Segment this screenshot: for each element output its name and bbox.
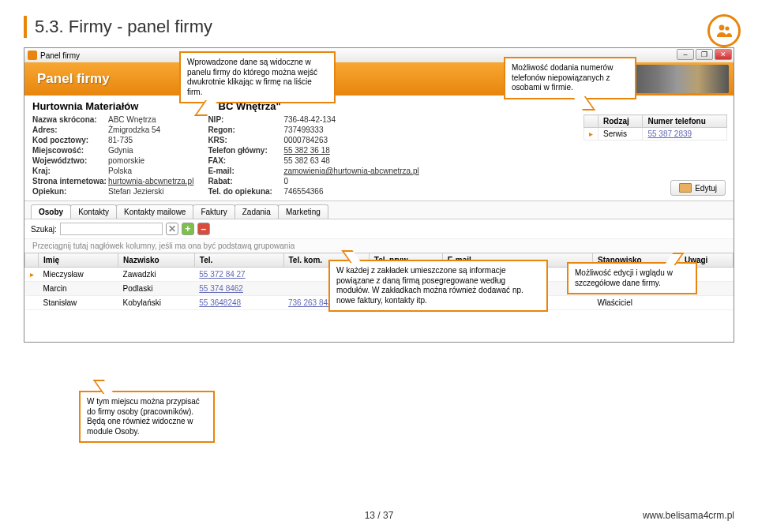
tab-kontakty[interactable]: Kontakty <box>70 204 117 219</box>
phones-col-number[interactable]: Numer telefonu <box>643 115 727 128</box>
search-input[interactable] <box>60 223 163 235</box>
callout-intro: Wprowadzone dane są widoczne w panelu fi… <box>179 51 336 103</box>
company-details: Hurtownia Materiałów BC Wnętrza" Nazwa s… <box>24 96 734 201</box>
website-link[interactable]: hurtownia-abcwnetrza.pl <box>108 177 193 185</box>
details-col-left: Nazwa skrócona:ABC Wnętrza Adres:Żmigrod… <box>32 115 193 196</box>
add-button[interactable]: + <box>182 223 194 235</box>
edit-icon <box>679 183 692 193</box>
close-button[interactable]: ✕ <box>715 49 732 60</box>
app-icon <box>28 51 37 60</box>
banner-image <box>626 65 729 93</box>
delete-button[interactable]: – <box>197 223 210 235</box>
callout-phones: Możliwość dodania numerów telefonów niep… <box>504 57 636 99</box>
tab-zadania[interactable]: Zadania <box>235 204 279 219</box>
callout-people: W tym miejscu można przypisać do firmy o… <box>79 391 215 443</box>
phones-col-kind[interactable]: Rodzaj <box>599 115 643 128</box>
callout-tabs: W każdej z zakładek umieszczone są infor… <box>328 260 548 312</box>
tel-link[interactable]: 55 372 84 27 <box>194 268 283 282</box>
phones-table: RodzajNumer telefonu ▸Serwis55 387 2839 <box>584 114 727 140</box>
details-col-right: NIP:736-48-42-134 Regon:737499333 KRS:00… <box>208 115 418 196</box>
tabs: OsobyKontaktyKontakty mailoweFakturyZada… <box>24 201 734 219</box>
tel-link[interactable]: 55 3648248 <box>194 296 283 310</box>
svg-point-0 <box>719 25 725 31</box>
email-link[interactable]: zamowienia@hurtownia-abcwnetrza.pl <box>283 167 418 175</box>
main-phone-link[interactable]: 55 382 36 18 <box>283 146 418 155</box>
company-heading: Hurtownia Materiałów BC Wnętrza" <box>32 100 726 112</box>
group-hint: Przeciągnij tutaj nagłówek kolumny, jeśl… <box>24 238 734 253</box>
col-imię[interactable]: Imię <box>39 253 118 268</box>
footer-url: www.belisama4crm.pl <box>643 510 734 521</box>
svg-point-1 <box>725 26 729 30</box>
clear-button[interactable]: ✕ <box>166 223 178 235</box>
people-icon <box>707 14 741 47</box>
window-title: Panel firmy <box>40 51 80 60</box>
tab-marketing[interactable]: Marketing <box>278 204 328 219</box>
tab-osoby[interactable]: Osoby <box>31 204 71 219</box>
col-tel-[interactable]: Tel. <box>194 253 283 268</box>
phones-row[interactable]: ▸Serwis55 387 2839 <box>584 128 727 140</box>
col-nazwisko[interactable]: Nazwisko <box>118 253 195 268</box>
tab-faktury[interactable]: Faktury <box>193 204 235 219</box>
maximize-button[interactable]: ❐ <box>696 49 713 60</box>
banner-title: Panel firmy <box>37 71 110 87</box>
page-title: 5.3. Firmy - panel firmy <box>35 17 212 37</box>
minimize-button[interactable]: – <box>677 49 694 60</box>
edit-button[interactable]: Edytuj <box>670 180 726 196</box>
search-label: Szukaj: <box>31 225 57 234</box>
tab-kontakty-mailowe[interactable]: Kontakty mailowe <box>116 204 193 219</box>
search-row: Szukaj: ✕ + – <box>24 219 734 238</box>
row-arrow-icon: ▸ <box>584 128 599 140</box>
title-accent <box>24 16 27 38</box>
callout-edit: Możliwość edycji i wglądu w szczegółowe … <box>567 262 697 294</box>
tel-link[interactable]: 55 374 8462 <box>194 282 283 296</box>
